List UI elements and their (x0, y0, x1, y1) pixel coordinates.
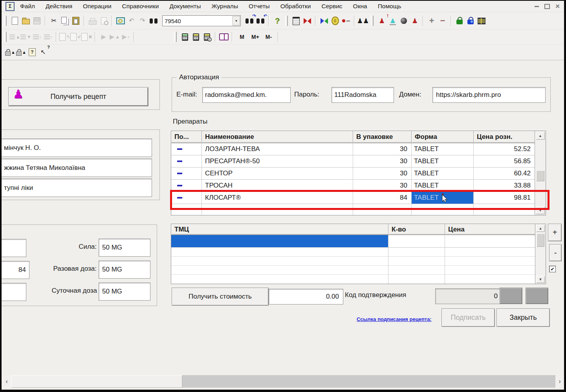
horizontal-scrollbar[interactable]: ‹ › (2, 375, 564, 388)
drugs-vertical-scrollbar[interactable]: ▲ ▼ (535, 131, 546, 215)
toolbar-grip[interactable] (4, 16, 7, 26)
scrollbar-thumb[interactable] (11, 375, 182, 388)
menu-references[interactable]: Справочники (122, 3, 159, 10)
walking-person-icon[interactable]: ♟ (409, 15, 420, 26)
toolbar-grip[interactable] (371, 16, 374, 26)
find-previous-icon[interactable]: ↶ (255, 15, 266, 26)
scroll-up-icon[interactable]: ▲ (536, 132, 545, 140)
menu-file[interactable]: Файл (20, 3, 35, 10)
move-down-icon[interactable]: ▼ (20, 31, 31, 42)
plus-minus-icon[interactable] (341, 15, 352, 26)
column-header-po[interactable]: По... (171, 131, 202, 143)
column-header-pack[interactable]: В упаковке (353, 131, 412, 143)
book-icon[interactable] (218, 31, 229, 42)
drug-form-cell-selected[interactable]: TABLET (412, 192, 474, 204)
cost-field[interactable]: 0.00 (269, 289, 343, 304)
column-header-price[interactable]: Цена (445, 224, 535, 235)
scrollbar-thumb[interactable] (536, 170, 544, 181)
column-header-form[interactable]: Форма (412, 131, 474, 143)
green-bag-icon[interactable] (454, 15, 465, 26)
minimize-button[interactable] (535, 6, 539, 7)
move-up-icon[interactable]: ▲ (9, 31, 20, 42)
footer-gray-button-1[interactable] (500, 288, 522, 304)
pack-field-2[interactable] (0, 283, 26, 301)
sign-button[interactable]: Подписать (441, 308, 495, 327)
cut-icon[interactable]: ✂ (48, 15, 59, 26)
column-header-qty[interactable]: К-во (388, 224, 445, 235)
daily-dose-field[interactable]: 50 MG (99, 283, 150, 301)
scrollbar-thumb[interactable] (537, 233, 544, 247)
edit-document-icon[interactable]: ✎ (59, 31, 70, 42)
column-header-tmc[interactable]: ТМЦ (171, 224, 388, 235)
memory-minus-button[interactable]: M- (262, 32, 275, 42)
menu-service[interactable]: Сервис (322, 3, 343, 10)
context-help-icon[interactable]: ↖? (38, 47, 49, 58)
color-bow-icon[interactable] (319, 15, 330, 26)
column-header-price[interactable]: Цена розн. (474, 131, 535, 143)
menu-reports[interactable]: Отчеты (249, 3, 270, 10)
combobox-dropdown-icon[interactable]: ▼ (233, 16, 240, 26)
move-bottom-icon[interactable]: › (42, 31, 53, 42)
memory-plus-button[interactable]: M+ (249, 32, 262, 42)
restore-button[interactable] (544, 4, 550, 9)
password-field[interactable]: 111Radomska (332, 87, 394, 103)
menu-documents[interactable]: Документы (169, 3, 201, 10)
find-next-icon[interactable]: ↷ (244, 15, 255, 26)
table-row[interactable]: СЕНТОР 30 TABLET 60.42 (171, 168, 535, 180)
paste-icon[interactable] (70, 15, 81, 26)
domain-field[interactable]: https://skarb.phrm.pro (432, 87, 546, 103)
new-file-icon[interactable] (9, 15, 20, 26)
undo-icon[interactable]: ↶ (126, 15, 137, 26)
access-key-icon[interactable] (115, 15, 126, 26)
doctor-field[interactable]: мінчук Н. О. (0, 139, 152, 157)
menu-help[interactable]: Помощь (378, 3, 401, 10)
scroll-down-icon[interactable]: ▼ (536, 276, 545, 283)
scroll-down-icon[interactable]: ▼ (536, 206, 545, 214)
delete-document-icon[interactable]: ✖ (81, 31, 92, 42)
toolbar-grip[interactable] (174, 32, 177, 42)
print-icon[interactable] (87, 15, 98, 26)
tmc-row-selected[interactable] (171, 235, 535, 248)
red-bow-icon[interactable] (302, 15, 313, 26)
patient-field[interactable]: жжина Тетяна Миколаївна (0, 159, 152, 177)
menu-operations[interactable]: Операции (83, 3, 112, 10)
sphere-icon[interactable] (398, 15, 409, 26)
patient-alert-icon[interactable]: ♟! (376, 15, 387, 26)
close-form-button[interactable]: Закрыть (496, 308, 550, 327)
blue-bag-icon[interactable] (465, 15, 476, 26)
get-recipe-button[interactable]: Получить рецепт (8, 87, 148, 106)
unlock-down-icon[interactable]: ▲ (16, 47, 27, 58)
tmc-checkbox[interactable]: ✔ (549, 266, 556, 272)
search-combobox[interactable]: 79540 ▼ (162, 15, 241, 26)
move-top-icon[interactable]: ‹ (31, 31, 42, 42)
calculator-search-icon[interactable] (201, 31, 212, 42)
remove-row-icon[interactable]: − (437, 15, 448, 26)
save-icon[interactable] (31, 15, 42, 26)
open-folder-icon[interactable] (20, 15, 31, 26)
print-preview-icon[interactable] (98, 15, 109, 26)
post-document-icon[interactable]: ✔ (70, 31, 81, 42)
menu-processing[interactable]: Обработки (280, 3, 311, 10)
table-row[interactable]: ТРОСАН 30 TABLET 33.88 (171, 180, 535, 192)
window-grid-icon[interactable] (476, 15, 487, 26)
help-box-icon[interactable]: ? (27, 47, 38, 58)
toolbar-grip[interactable] (4, 32, 7, 42)
tmc-vertical-scrollbar[interactable]: ▲ ▼ (535, 224, 546, 284)
scrollbar-track[interactable] (182, 375, 555, 388)
quantity-field[interactable]: 84 (0, 261, 29, 279)
tmc-cell-selected[interactable] (171, 235, 388, 248)
tmc-add-button[interactable]: + (548, 224, 562, 241)
redo-icon[interactable]: ↷ (137, 15, 148, 26)
scroll-right-icon[interactable]: › (555, 375, 564, 388)
play-icon[interactable]: ▶ (98, 31, 109, 42)
calculator-yellow-icon[interactable] (190, 31, 201, 42)
flask-icon[interactable] (387, 15, 398, 26)
table-row[interactable]: ЛОЗАРТАН-ТЕВА 30 TABLET 52.52 (171, 143, 535, 155)
coin-icon[interactable]: 0 (330, 15, 341, 26)
footer-gray-button-2[interactable] (526, 288, 548, 304)
strength-field[interactable]: 50 MG (99, 239, 150, 257)
copy-icon[interactable] (59, 15, 70, 26)
pack-field-1[interactable] (0, 239, 26, 257)
memory-button[interactable]: M (235, 32, 249, 42)
report-table-icon[interactable] (291, 15, 302, 26)
